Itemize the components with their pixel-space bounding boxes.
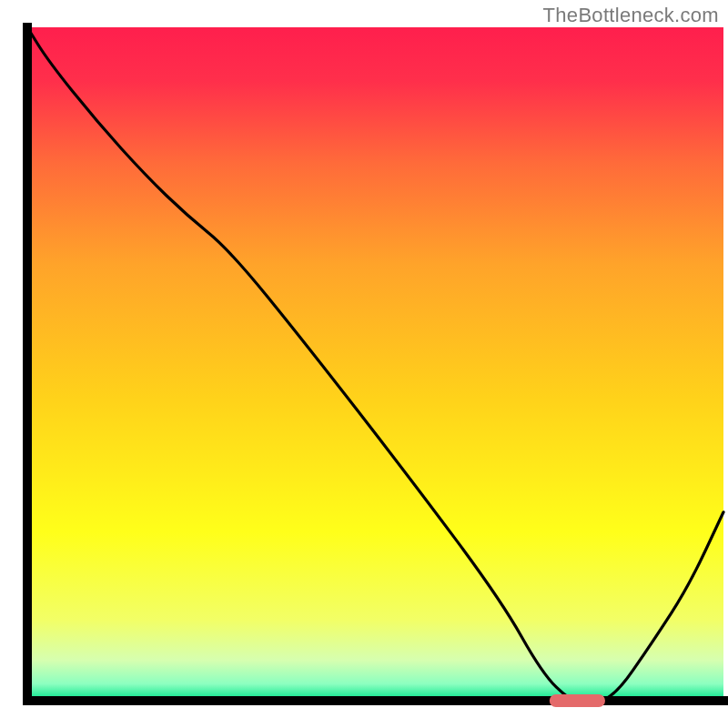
optimal-marker [550,694,605,707]
bottleneck-chart [0,0,728,728]
chart-frame: TheBottleneck.com [0,0,728,728]
plot-background [27,27,723,701]
